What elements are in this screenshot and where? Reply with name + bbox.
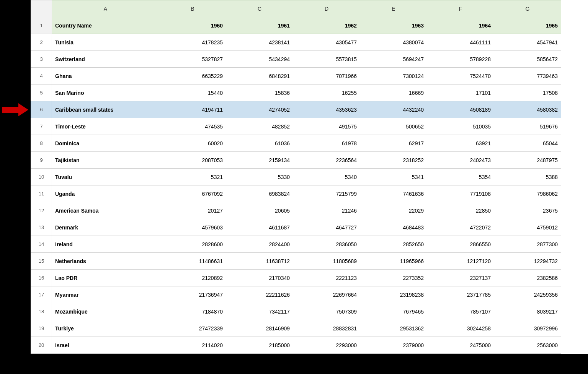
- cell-g[interactable]: 8039217: [494, 303, 561, 320]
- cell-country[interactable]: Denmark: [52, 219, 159, 236]
- col-header-c[interactable]: C: [226, 0, 293, 17]
- cell-header-country[interactable]: Country Name: [52, 17, 159, 34]
- cell-country[interactable]: Tuvalu: [52, 169, 159, 185]
- cell-f[interactable]: 2402473: [427, 152, 494, 169]
- cell-d[interactable]: 2836050: [293, 236, 360, 253]
- cell-c[interactable]: 4611687: [226, 219, 293, 236]
- cell-f[interactable]: 2327137: [427, 270, 494, 286]
- cell-g[interactable]: 2487975: [494, 152, 561, 169]
- cell-b[interactable]: 60020: [159, 135, 226, 152]
- cell-g[interactable]: 65044: [494, 135, 561, 152]
- cell-f[interactable]: 63921: [427, 135, 494, 152]
- cell-country[interactable]: Israel: [52, 337, 159, 354]
- cell-country[interactable]: Timor-Leste: [52, 118, 159, 135]
- cell-country[interactable]: Dominica: [52, 135, 159, 152]
- cell-country[interactable]: Ghana: [52, 68, 159, 85]
- cell-f[interactable]: 2866550: [427, 236, 494, 253]
- cell-b[interactable]: 2087053: [159, 152, 226, 169]
- cell-country[interactable]: Mozambique: [52, 303, 159, 320]
- cell-d[interactable]: 11805689: [293, 253, 360, 270]
- cell-b[interactable]: 21736947: [159, 286, 226, 303]
- cell-d[interactable]: 16255: [293, 85, 360, 101]
- cell-c[interactable]: 7342117: [226, 303, 293, 320]
- cell-c[interactable]: 11638712: [226, 253, 293, 270]
- cell-g[interactable]: 5388: [494, 169, 561, 185]
- cell-c[interactable]: 6848291: [226, 68, 293, 85]
- cell-c[interactable]: 2824400: [226, 236, 293, 253]
- cell-c[interactable]: 2159134: [226, 152, 293, 169]
- cell-country[interactable]: Tajikistan: [52, 152, 159, 169]
- col-header-f[interactable]: F: [427, 0, 494, 17]
- cell-g[interactable]: 519676: [494, 118, 561, 135]
- cell-e[interactable]: 2318252: [360, 152, 427, 169]
- cell-e[interactable]: 4684483: [360, 219, 427, 236]
- cell-b[interactable]: 4579603: [159, 219, 226, 236]
- cell-e[interactable]: 2273352: [360, 270, 427, 286]
- cell-b[interactable]: 5327827: [159, 51, 226, 68]
- col-header-e[interactable]: E: [360, 0, 427, 17]
- cell-country[interactable]: American Samoa: [52, 202, 159, 219]
- cell-country[interactable]: Tunisia: [52, 34, 159, 51]
- cell-g[interactable]: 2877300: [494, 236, 561, 253]
- cell-d[interactable]: 2221123: [293, 270, 360, 286]
- cell-b[interactable]: 2828600: [159, 236, 226, 253]
- cell-f[interactable]: 5789228: [427, 51, 494, 68]
- cell-f[interactable]: 30244258: [427, 320, 494, 337]
- cell-d[interactable]: 4647727: [293, 219, 360, 236]
- cell-e[interactable]: 29531362: [360, 320, 427, 337]
- cell-b[interactable]: 474535: [159, 118, 226, 135]
- cell-g[interactable]: 23675: [494, 202, 561, 219]
- cell-c[interactable]: 28146909: [226, 320, 293, 337]
- cell-c[interactable]: 6983824: [226, 185, 293, 202]
- cell-g[interactable]: 17508: [494, 85, 561, 101]
- cell-e[interactable]: 7300124: [360, 68, 427, 85]
- cell-b[interactable]: 4194711: [159, 101, 226, 118]
- cell-f[interactable]: 7524470: [427, 68, 494, 85]
- cell-d[interactable]: 7215799: [293, 185, 360, 202]
- cell-c[interactable]: 5330: [226, 169, 293, 185]
- cell-e[interactable]: 22029: [360, 202, 427, 219]
- cell-f[interactable]: 7857107: [427, 303, 494, 320]
- cell-g[interactable]: 4547941: [494, 34, 561, 51]
- cell-d[interactable]: 7507309: [293, 303, 360, 320]
- cell-g[interactable]: 2563000: [494, 337, 561, 354]
- cell-f[interactable]: 4722072: [427, 219, 494, 236]
- cell-b[interactable]: 11486631: [159, 253, 226, 270]
- cell-b[interactable]: 27472339: [159, 320, 226, 337]
- cell-c[interactable]: 20605: [226, 202, 293, 219]
- col-header-d[interactable]: D: [293, 0, 360, 17]
- cell-e[interactable]: 2379000: [360, 337, 427, 354]
- cell-header-e[interactable]: 1963: [360, 17, 427, 34]
- cell-b[interactable]: 15440: [159, 85, 226, 101]
- cell-d[interactable]: 2236564: [293, 152, 360, 169]
- cell-c[interactable]: 2185000: [226, 337, 293, 354]
- cell-g[interactable]: 4580382: [494, 101, 561, 118]
- cell-d[interactable]: 491575: [293, 118, 360, 135]
- cell-g[interactable]: 12294732: [494, 253, 561, 270]
- cell-c[interactable]: 2170340: [226, 270, 293, 286]
- cell-d[interactable]: 4353623: [293, 101, 360, 118]
- cell-c[interactable]: 4274052: [226, 101, 293, 118]
- cell-country[interactable]: Turkiye: [52, 320, 159, 337]
- cell-g[interactable]: 24259356: [494, 286, 561, 303]
- cell-e[interactable]: 5341: [360, 169, 427, 185]
- col-header-g[interactable]: G: [494, 0, 561, 17]
- cell-country[interactable]: Netherlands: [52, 253, 159, 270]
- cell-c[interactable]: 482852: [226, 118, 293, 135]
- cell-f[interactable]: 12127120: [427, 253, 494, 270]
- cell-d[interactable]: 2293000: [293, 337, 360, 354]
- cell-e[interactable]: 11965966: [360, 253, 427, 270]
- cell-e[interactable]: 5694247: [360, 51, 427, 68]
- cell-f[interactable]: 22850: [427, 202, 494, 219]
- cell-country[interactable]: Lao PDR: [52, 270, 159, 286]
- cell-c[interactable]: 22211626: [226, 286, 293, 303]
- col-header-b[interactable]: B: [159, 0, 226, 17]
- cell-f[interactable]: 4508189: [427, 101, 494, 118]
- cell-d[interactable]: 5573815: [293, 51, 360, 68]
- cell-g[interactable]: 5856472: [494, 51, 561, 68]
- cell-g[interactable]: 2382586: [494, 270, 561, 286]
- cell-f[interactable]: 7719108: [427, 185, 494, 202]
- cell-e[interactable]: 4432240: [360, 101, 427, 118]
- cell-b[interactable]: 5321: [159, 169, 226, 185]
- cell-g[interactable]: 7986062: [494, 185, 561, 202]
